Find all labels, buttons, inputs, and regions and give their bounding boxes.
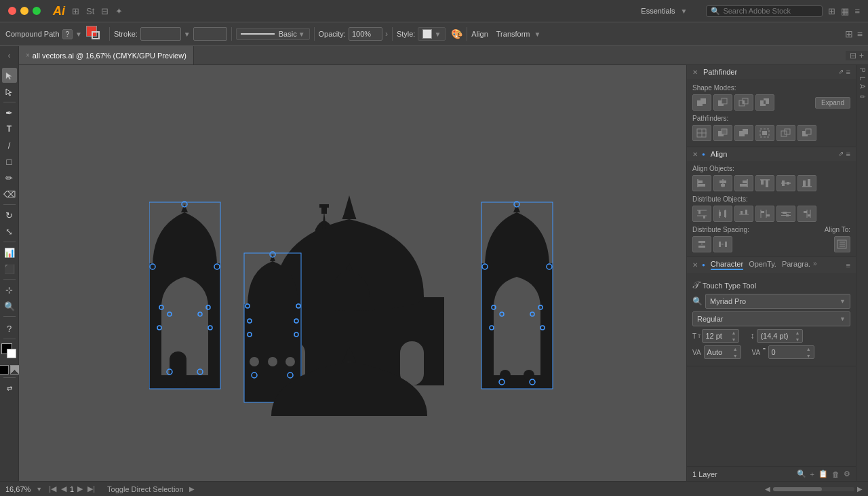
more-options-icon[interactable]: ≡ <box>854 6 860 16</box>
more-toolbar-icon[interactable]: ≡ <box>857 28 863 39</box>
stock-icon[interactable]: St <box>86 6 94 16</box>
minimize-window-btn[interactable] <box>20 7 28 15</box>
font-size-input[interactable]: 12 pt ▲ ▼ <box>702 329 739 343</box>
character-header[interactable]: ✕ ● Character OpenTy. Paragra. » ≡ <box>687 257 856 273</box>
fill-btn[interactable] <box>0 365 9 375</box>
kerning-input[interactable]: Auto ▲ ▼ <box>704 345 741 359</box>
document-tab[interactable]: × all vectors.ai @ 16,67% (CMYK/GPU Prev… <box>19 46 194 64</box>
arrange-icon[interactable]: ▦ <box>841 6 849 16</box>
panel-toggle-icon[interactable]: ⊞ <box>828 6 835 16</box>
status-expand-icon[interactable]: ▶ <box>189 485 195 493</box>
eraser-tool-btn[interactable]: ⌫ <box>2 187 17 202</box>
workspace-dropdown-icon[interactable]: ▼ <box>681 7 688 15</box>
crop-btn[interactable] <box>755 125 774 141</box>
paint-tool-btn[interactable]: ✏ <box>2 170 17 185</box>
opacity-expand-icon[interactable]: › <box>385 29 388 39</box>
tracking-down-btn[interactable]: ▼ <box>806 352 811 359</box>
left-panel-toggle[interactable]: ‹ <box>0 46 19 65</box>
next-last-btn[interactable]: ▶| <box>86 484 96 494</box>
maximize-window-btn[interactable] <box>33 7 41 15</box>
tab-close-btn[interactable]: × <box>26 52 30 59</box>
dist-hc-btn[interactable] <box>776 206 795 222</box>
arrange-panels-icon[interactable]: ⊞ <box>845 28 853 39</box>
compound-help-btn[interactable]: ? <box>62 29 73 39</box>
dist-vc-btn[interactable] <box>713 206 732 222</box>
prev-first-btn[interactable]: |◀ <box>47 484 58 494</box>
arrange-docs-icon[interactable]: ⊟ <box>850 51 856 60</box>
tracking-up-btn[interactable]: ▲ <box>806 345 811 352</box>
dist-top-btn[interactable] <box>692 206 711 222</box>
zoom-dropdown-icon[interactable]: ▼ <box>36 486 42 493</box>
transform-options-icon[interactable]: ▼ <box>534 31 541 38</box>
align-header[interactable]: ✕ ● Align ⇗ ≡ <box>687 147 856 161</box>
pathfinder-expand-icon[interactable]: ⇗ <box>838 68 844 76</box>
fill-stroke-colors[interactable] <box>86 26 104 42</box>
font-size-stepper[interactable]: ▲ ▼ <box>731 329 736 343</box>
dist-bottom-btn[interactable] <box>734 206 753 222</box>
char-collapse-icon[interactable]: ✕ <box>692 261 698 269</box>
dist-left-btn[interactable] <box>755 206 774 222</box>
minus-front-btn[interactable] <box>713 94 732 111</box>
brushes-icon[interactable]: ✏ <box>860 93 865 100</box>
char-menu-icon[interactable]: ≡ <box>846 261 850 269</box>
scroll-right-btn[interactable]: ▶ <box>857 485 863 493</box>
leading-down-btn[interactable]: ▼ <box>795 336 800 343</box>
selection-tool-btn[interactable] <box>2 68 17 83</box>
align-expand-icon[interactable]: ⇗ <box>838 150 844 158</box>
pen-tool-btn[interactable]: ✒ <box>2 105 17 120</box>
zoom-tool-btn[interactable]: 🔍 <box>2 299 17 313</box>
layer-search-icon[interactable]: 🔍 <box>797 470 806 478</box>
hand-tool-btn[interactable]: ? <box>2 321 17 336</box>
color-wheel-btn[interactable]: 🎨 <box>451 28 462 39</box>
leading-input[interactable]: (14,4 pt) ▲ ▼ <box>757 329 803 343</box>
leading-stepper[interactable]: ▲ ▼ <box>795 329 800 343</box>
layer-options-icon[interactable]: ⚙ <box>844 470 850 478</box>
bridge-icon[interactable]: ⊞ <box>72 6 79 16</box>
warp-tool-btn[interactable]: ⤡ <box>2 224 17 239</box>
paragraph-tab[interactable]: Paragra. <box>782 260 810 270</box>
none-btn[interactable] <box>10 365 20 375</box>
align-bottom-btn[interactable] <box>797 175 816 191</box>
style-selector[interactable]: ▼ <box>418 27 446 41</box>
exclude-btn[interactable] <box>755 94 774 111</box>
align-right-btn[interactable] <box>734 175 753 191</box>
new-doc-icon[interactable]: + <box>859 51 864 60</box>
stroke-style-selector[interactable]: Basic ▼ <box>236 28 310 40</box>
intersect-btn[interactable] <box>734 94 753 111</box>
style-dropdown-icon[interactable]: ▼ <box>434 31 441 38</box>
stroke-weight[interactable] <box>193 27 227 41</box>
space-h-btn[interactable] <box>713 236 732 252</box>
hscroll-thumb[interactable] <box>773 487 822 491</box>
assets-icon[interactable]: A <box>859 84 866 89</box>
kerning-up-btn[interactable]: ▲ <box>733 345 738 352</box>
tracking-input[interactable]: 0 ▲ ▼ <box>768 345 814 359</box>
align-menu-icon[interactable]: ≡ <box>846 150 850 158</box>
align-center-h-btn[interactable] <box>713 175 732 191</box>
pathfinder-menu-icon[interactable]: ≡ <box>846 68 850 76</box>
more-tabs-icon[interactable]: » <box>813 260 817 270</box>
bg-color-box[interactable] <box>7 349 16 358</box>
expand-btn[interactable]: Expand <box>815 97 850 109</box>
font-name-selector[interactable]: Myriad Pro ▼ <box>705 294 850 309</box>
scroll-left-btn[interactable]: ◀ <box>765 485 770 493</box>
align-to-btn[interactable] <box>834 236 850 252</box>
next-btn[interactable]: ▶ <box>76 484 84 494</box>
layer-delete-icon[interactable]: 🗑 <box>832 470 840 478</box>
outline-btn[interactable] <box>776 125 795 141</box>
align-left-btn[interactable] <box>692 175 711 191</box>
align-top-btn[interactable] <box>755 175 774 191</box>
char-tab[interactable]: Character <box>711 260 743 270</box>
merge-btn[interactable] <box>734 125 753 141</box>
font-size-down-btn[interactable]: ▼ <box>731 336 736 343</box>
hscroll-track[interactable] <box>773 487 854 491</box>
artboard-tool-btn[interactable]: ⬛ <box>2 261 17 276</box>
transform-btn[interactable]: Transform <box>496 30 530 38</box>
pathfinder-header[interactable]: ✕ Pathfinder ⇗ ≡ <box>687 65 856 79</box>
graph-tool-btn[interactable]: 📊 <box>2 245 17 260</box>
workspace-name[interactable]: Essentials <box>641 7 675 15</box>
stroke-input[interactable] <box>140 27 181 41</box>
type-tool-btn[interactable]: T <box>2 121 17 136</box>
font-style-selector[interactable]: Regular ▼ <box>692 311 850 326</box>
layer-page-icon[interactable]: 📋 <box>818 470 828 478</box>
rotate-tool-btn[interactable]: ↻ <box>2 208 17 223</box>
